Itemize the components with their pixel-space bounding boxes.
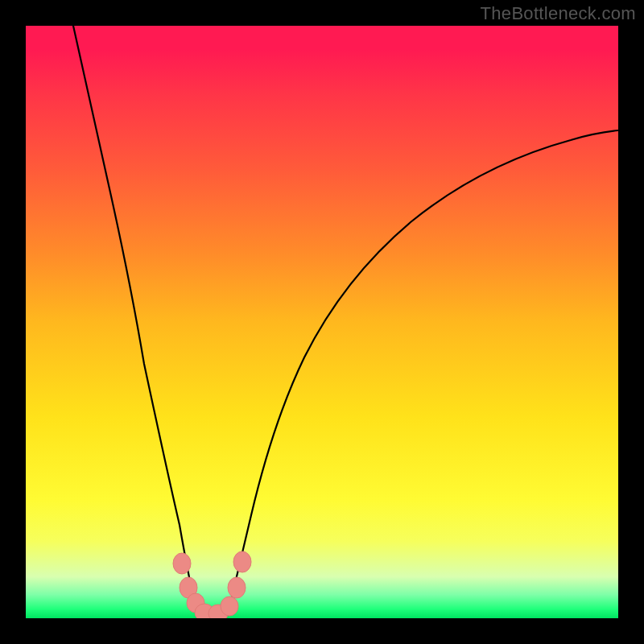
plot-area: [26, 26, 618, 618]
chart-frame: TheBottleneck.com: [0, 0, 644, 644]
marker-dot: [228, 577, 246, 598]
bottleneck-curve: [26, 26, 618, 618]
marker-dot: [221, 597, 238, 616]
curve-right-branch: [230, 130, 618, 604]
watermark-text: TheBottleneck.com: [481, 3, 636, 24]
marker-dot: [173, 553, 191, 574]
marker-dot: [233, 551, 251, 572]
curve-left-branch: [73, 26, 195, 604]
